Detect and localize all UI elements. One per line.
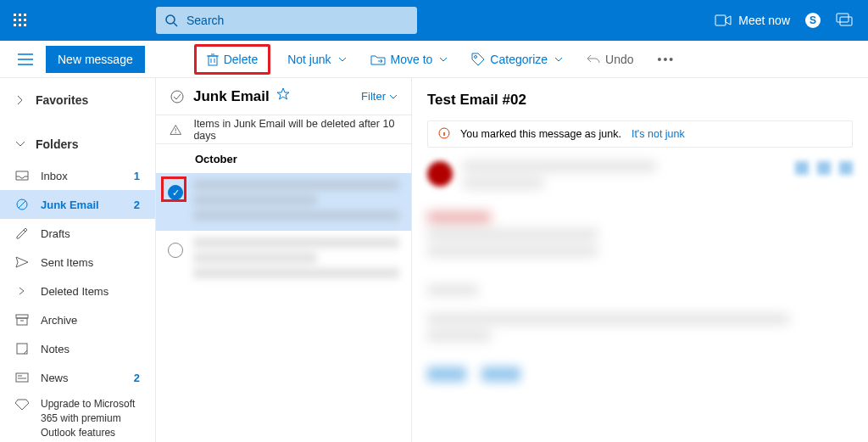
not-junk-label: Not junk	[287, 53, 331, 66]
sidebar-item-deleted[interactable]: Deleted Items	[0, 277, 155, 305]
skype-button[interactable]: S	[805, 13, 821, 28]
chevron-down-icon	[554, 57, 563, 62]
search-input[interactable]: Search	[156, 7, 417, 34]
notice-text: Items in Junk Email will be deleted afte…	[193, 118, 398, 142]
svg-rect-3	[837, 14, 849, 22]
message-actions[interactable]	[795, 161, 853, 175]
more-commands-button[interactable]: •••	[651, 53, 682, 66]
svg-rect-20	[16, 373, 28, 382]
search-placeholder: Search	[186, 14, 224, 27]
delete-button[interactable]: Delete	[200, 48, 264, 70]
move-to-button[interactable]: Move to	[364, 48, 455, 70]
meet-now-label: Meet now	[738, 14, 790, 27]
tag-icon	[471, 53, 485, 66]
folders-header[interactable]: Folders	[0, 127, 155, 161]
upgrade-promo[interactable]: Upgrade to Microsoft 365 with premium Ou…	[0, 392, 155, 439]
upgrade-label: Upgrade to Microsoft 365 with premium Ou…	[41, 397, 140, 439]
inbox-icon	[15, 171, 29, 181]
chevron-down-icon	[439, 57, 448, 62]
sidebar-item-notes[interactable]: Notes	[0, 334, 155, 363]
folder-title: Junk Email	[193, 88, 270, 105]
message-list-pane: Junk Email Filter Items in Junk Email wi…	[156, 78, 412, 442]
month-header: October	[156, 144, 411, 173]
not-junk-button[interactable]: Not junk	[281, 48, 353, 70]
junk-infobar: You marked this message as junk. It's no…	[427, 120, 853, 148]
sidebar-item-label: Notes	[41, 343, 140, 355]
folders-label: Folders	[36, 137, 79, 151]
message-item[interactable]	[156, 173, 411, 231]
undo-button[interactable]: Undo	[580, 48, 640, 70]
sidebar-item-label: Sent Items	[41, 256, 140, 269]
message-list-header: Junk Email Filter	[156, 78, 411, 115]
app-topbar: Search Meet now S	[0, 0, 868, 41]
highlight-checkbox	[161, 176, 186, 202]
svg-rect-16	[16, 315, 28, 318]
sidebar-item-label: News	[41, 372, 122, 384]
favorites-header[interactable]: Favorites	[0, 83, 155, 117]
news-icon	[15, 372, 29, 383]
categorize-label: Categorize	[490, 53, 548, 66]
email-subject: Test Email #02	[427, 92, 853, 109]
chevron-down-icon	[15, 139, 25, 149]
select-all-icon[interactable]	[170, 89, 185, 104]
reading-pane: Test Email #02 You marked this message a…	[412, 78, 868, 442]
hamburger-icon	[18, 53, 33, 65]
filter-button[interactable]: Filter	[361, 90, 398, 103]
message-item[interactable]	[156, 231, 411, 288]
svg-point-23	[171, 91, 183, 103]
sidebar-item-news[interactable]: News 2	[0, 363, 155, 392]
note-icon	[15, 343, 29, 355]
junk-notice-text: You marked this message as junk.	[460, 128, 621, 140]
svg-point-13	[475, 55, 477, 58]
delete-label: Delete	[224, 53, 258, 66]
svg-line-1	[174, 23, 177, 26]
video-icon	[715, 14, 732, 26]
sidebar-item-count: 2	[134, 372, 140, 384]
command-bar: New message Delete Not junk Move to Cate…	[0, 41, 868, 78]
filter-label: Filter	[361, 90, 386, 103]
email-header	[427, 161, 853, 195]
sidebar-item-label: Inbox	[41, 170, 122, 182]
svg-line-15	[19, 201, 25, 208]
warning-icon	[170, 124, 181, 136]
pencil-icon	[15, 227, 29, 239]
app-launcher-button[interactable]	[0, 0, 41, 41]
star-icon[interactable]	[276, 87, 290, 105]
new-message-button[interactable]: New message	[46, 46, 145, 73]
chevron-right-icon	[15, 287, 29, 295]
svg-rect-4	[840, 17, 852, 25]
blocked-icon	[15, 198, 29, 211]
sender-avatar	[427, 161, 453, 187]
nav-toggle-button[interactable]	[8, 53, 42, 65]
sidebar-item-sent[interactable]: Sent Items	[0, 248, 155, 277]
message-checkbox[interactable]	[168, 243, 183, 258]
trash-icon	[207, 53, 219, 66]
reply-buttons-blurred[interactable]	[427, 366, 853, 382]
svg-point-25	[175, 131, 176, 132]
sidebar-item-archive[interactable]: Archive	[0, 305, 155, 334]
chevron-right-icon	[15, 95, 25, 105]
chat-icon	[836, 13, 853, 28]
sidebar-item-junk[interactable]: Junk Email 2	[0, 190, 155, 219]
sidebar-item-count: 1	[134, 170, 140, 182]
sidebar-item-label: Junk Email	[41, 199, 122, 211]
folder-move-icon	[370, 53, 386, 65]
not-junk-link[interactable]: It's not junk	[632, 128, 685, 140]
categorize-button[interactable]: Categorize	[465, 48, 570, 70]
message-preview-blurred	[193, 180, 399, 226]
meet-now-button[interactable]: Meet now	[715, 14, 790, 27]
send-icon	[15, 256, 29, 268]
email-body-blurred	[427, 212, 853, 341]
svg-rect-8	[209, 56, 217, 65]
chat-button[interactable]	[836, 13, 853, 28]
sidebar-item-inbox[interactable]: Inbox 1	[0, 161, 155, 190]
search-icon	[164, 14, 178, 27]
sidebar-item-drafts[interactable]: Drafts	[0, 219, 155, 248]
favorites-label: Favorites	[36, 93, 88, 107]
main-layout: Favorites Folders Inbox 1 Junk Email 2 D…	[0, 78, 868, 442]
sidebar-item-label: Deleted Items	[41, 285, 140, 298]
move-to-label: Move to	[391, 53, 433, 66]
archive-icon	[15, 314, 29, 326]
sidebar-item-label: Archive	[41, 314, 140, 327]
info-icon	[438, 127, 450, 142]
